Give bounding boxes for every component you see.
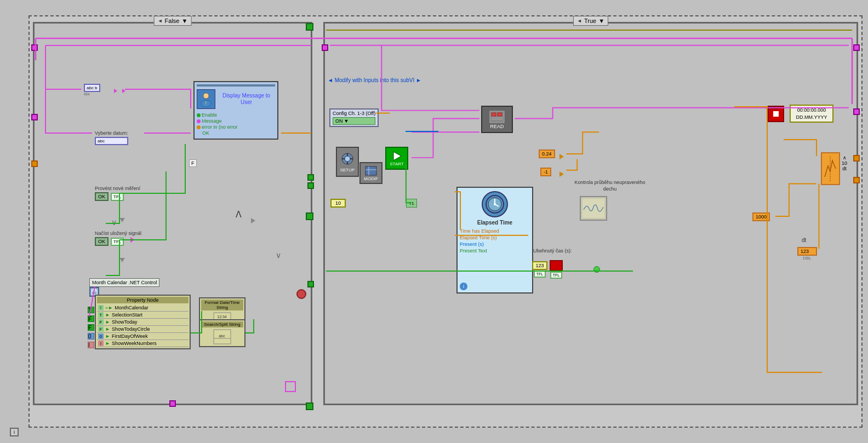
case-label-false: False	[165, 18, 180, 24]
tfl-2: TFL	[550, 272, 562, 279]
svg-point-33	[494, 203, 496, 205]
setup-block: SETUP	[336, 147, 359, 177]
case-label-true: True	[584, 18, 596, 24]
dt-value-box: 123 DBL	[797, 247, 817, 261]
read-block: READ	[481, 106, 513, 133]
start-block[interactable]: START	[385, 147, 408, 170]
modify-label-block: MODIF	[364, 176, 378, 181]
middle-connector-bot	[306, 402, 313, 410]
svg-rect-3	[92, 290, 97, 295]
case-dropdown-arrow: ▼	[181, 18, 187, 24]
orange-value-block	[821, 152, 840, 185]
stop-label: STOP	[766, 105, 779, 111]
false-label: F	[189, 159, 197, 167]
right-panel-right-connector-orange2	[853, 177, 860, 183]
right-panel-left-connector	[322, 44, 328, 51]
case-left-arrow: ◄	[158, 18, 163, 24]
stop-circle-left	[296, 289, 306, 299]
svg-point-0	[203, 93, 209, 99]
left-panel-connector-top	[31, 44, 38, 51]
kontrola-image-block	[580, 196, 607, 221]
tri1	[114, 88, 117, 94]
tfl-box-2: TFL	[111, 238, 124, 246]
t1-indicator: T1	[406, 199, 417, 208]
true-left-arrow: ◄	[577, 18, 582, 24]
stop-small	[550, 260, 563, 271]
svg-rect-20	[366, 166, 376, 175]
dt-label: dt	[802, 237, 806, 243]
left-panel-connector-orange	[31, 160, 38, 167]
svg-rect-25	[492, 113, 496, 116]
prop-connector-f1: F	[88, 315, 94, 322]
error-in-port	[197, 125, 201, 129]
iteration-indicator: i	[10, 428, 19, 436]
main-canvas: ◄ False ▼ abc b abc Vyberte datum: abc P…	[0, 0, 868, 443]
down-v-symbol-2: ∨	[276, 251, 281, 260]
abc-box: abc b	[84, 84, 100, 92]
timestamp-display: 00:00:00.000 DD.MM.YYYY	[790, 105, 833, 123]
abc-datum-box: abc	[95, 137, 128, 145]
tri2	[122, 88, 125, 94]
waveform-labels: ∧ 10 dt	[842, 155, 847, 171]
num-123-row: 123 TFL TFL	[532, 260, 563, 279]
pink-corner-bracket	[284, 381, 296, 394]
down-v-symbol: ∨	[111, 218, 117, 227]
value-10-left: 10	[330, 199, 346, 208]
modify-label: ◄ Modify with Inputs into this subVI ►	[328, 77, 421, 83]
provest-label: Provést nové měření OK TFL	[95, 186, 140, 201]
svg-rect-17	[347, 162, 348, 164]
case-selector-false[interactable]: ◄ False ▼	[154, 16, 192, 26]
property-node-block: Property Node T =► MonthCalendar T ► Sel…	[95, 295, 191, 349]
prop-connector-f2: F	[88, 324, 94, 331]
svg-point-15	[345, 156, 350, 162]
tri-lambda	[251, 218, 255, 225]
case-selector-true[interactable]: ◄ True ▼	[573, 16, 608, 26]
value-024-box: 0.24	[539, 149, 555, 158]
elapsed-title: Elapsed Time	[460, 220, 530, 226]
tfl-1: TFL	[534, 271, 546, 278]
property-node-title: Property Node	[97, 297, 189, 303]
svg-marker-23	[393, 152, 401, 160]
setup-label: SETUP	[340, 168, 355, 172]
tri-neg1	[559, 171, 564, 178]
display-msg-header	[197, 84, 275, 87]
middle-connector-top	[306, 23, 313, 31]
svg-rect-18	[342, 158, 345, 159]
display-msg-title: Display Message to User	[218, 93, 275, 106]
svg-rect-34	[583, 199, 604, 218]
svg-rect-13	[285, 382, 295, 392]
prop-connector-t: T	[88, 307, 94, 313]
display-msg-icon: !	[197, 89, 215, 109]
info-icon: i	[460, 283, 467, 290]
lambda-symbol: Λ	[236, 210, 242, 220]
svg-rect-26	[498, 113, 502, 116]
elapsed-time-block: Elapsed Time Time has Elapsed Elapsed Ti…	[456, 187, 533, 294]
svg-rect-16	[347, 153, 348, 156]
down-arrow-1	[119, 218, 125, 222]
config-dropdown[interactable]: ON ▼	[333, 117, 375, 125]
elapsed-icon	[482, 191, 508, 217]
ubehnuty-label: Ubehnutý čas (s):	[533, 248, 572, 254]
tfl-box-1: TFL	[111, 193, 124, 201]
svg-text:12:34: 12:34	[217, 315, 227, 319]
middle-connector-mid	[306, 212, 313, 220]
message-port	[197, 119, 201, 123]
modify-block: MODIF	[359, 162, 382, 184]
right-panel-true: ◄ True ▼ ◄ Modify with Inputs into this …	[323, 22, 858, 405]
value-neg1-box: -1	[540, 168, 551, 176]
month-calendar-label: Month Calendar .NET Control	[89, 278, 159, 287]
display-message-block: ! Display Message to User Enable Message	[193, 81, 278, 140]
ok-btn-1[interactable]: OK	[95, 192, 108, 201]
led-green-1	[593, 266, 600, 274]
left-panel-right-connector-3	[307, 281, 314, 287]
right-panel-right-connector-top	[853, 44, 860, 51]
kontrola-label: Kontrola průběhu neupraveného dechu	[569, 180, 651, 192]
tri-nacist	[130, 237, 135, 244]
abc-input-block: abc b abc	[84, 84, 100, 96]
value-1000-box: 1000	[752, 212, 770, 221]
display-msg-ports: Enable Message error in (no error OK	[197, 112, 275, 136]
tri-024	[559, 154, 564, 160]
prop-connector-i: I	[88, 342, 94, 348]
ok-btn-2[interactable]: OK	[95, 237, 108, 246]
right-panel-right-connector-mid	[853, 108, 860, 115]
